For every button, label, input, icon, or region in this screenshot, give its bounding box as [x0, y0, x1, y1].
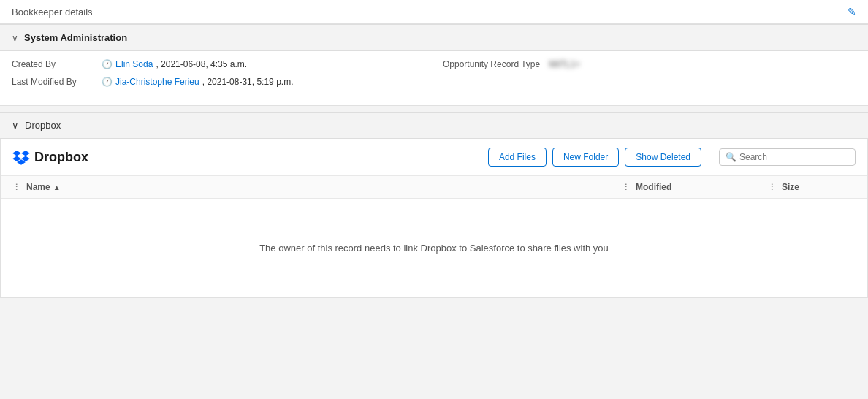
created-by-user-link[interactable]: Elin Soda: [115, 59, 153, 69]
chevron-down-icon: ∨: [12, 33, 18, 43]
system-administration-title: System Administration: [24, 32, 127, 43]
new-folder-button[interactable]: New Folder: [552, 148, 619, 167]
show-deleted-button[interactable]: Show Deleted: [625, 148, 701, 167]
dropbox-logo-text: Dropbox: [34, 150, 88, 165]
last-modified-value: 🕐 Jia-Christophe Ferieu , 2021-08-31, 5:…: [101, 76, 293, 88]
dropbox-logo-icon: [12, 148, 30, 166]
search-input[interactable]: [739, 152, 849, 162]
col-header-size[interactable]: ⋮ Size: [768, 182, 856, 192]
last-modified-date: , 2021-08-31, 5:19 p.m.: [202, 77, 294, 87]
search-box[interactable]: 🔍: [719, 148, 856, 166]
dropbox-logo: Dropbox: [12, 148, 88, 166]
last-modified-user-link[interactable]: Jia-Christophe Ferieu: [115, 77, 199, 87]
clock-icon-modified: 🕐: [101, 76, 113, 88]
col-header-name[interactable]: ⋮ Name ▲: [12, 182, 622, 192]
col-menu-icon-size: ⋮: [768, 183, 776, 192]
toolbar-buttons: Add Files New Folder Show Deleted: [488, 148, 701, 167]
sort-ascending-icon: ▲: [53, 183, 61, 191]
col-menu-icon-modified: ⋮: [622, 183, 630, 192]
dropbox-empty-message: The owner of this record needs to link D…: [259, 243, 609, 254]
last-modified-row: Last Modified By 🕐 Jia-Christophe Ferieu…: [12, 76, 856, 88]
dropbox-section-header[interactable]: ∨ Dropbox: [0, 112, 868, 139]
col-size-label: Size: [782, 182, 799, 192]
system-administration-section-header[interactable]: ∨ System Administration: [0, 24, 868, 51]
last-modified-label: Last Modified By: [12, 77, 92, 87]
last-modified-cell: Last Modified By 🕐 Jia-Christophe Ferieu…: [12, 76, 425, 88]
col-modified-label: Modified: [636, 182, 671, 192]
created-by-label: Created By: [12, 59, 92, 69]
system-administration-body: Created By 🕐 Elin Soda , 2021-06-08, 4:3…: [0, 51, 868, 106]
edit-icon[interactable]: ✎: [848, 6, 856, 18]
dropbox-section-title: Dropbox: [25, 120, 61, 131]
created-by-date: , 2021-06-08, 4:35 a.m.: [156, 59, 247, 69]
bookkeeper-section: Bookkeeper details ✎: [0, 0, 868, 24]
opp-record-type-value: MiiTL1+: [549, 59, 580, 69]
dropbox-toolbar: Dropbox Add Files New Folder Show Delete…: [1, 139, 867, 176]
dropbox-empty-state: The owner of this record needs to link D…: [1, 199, 867, 297]
opp-record-type-cell: Opportunity Record Type MiiTL1+: [443, 59, 856, 69]
created-by-value: 🕐 Elin Soda , 2021-06-08, 4:35 a.m.: [101, 58, 247, 70]
col-header-modified[interactable]: ⋮ Modified: [622, 182, 768, 192]
created-by-cell: Created By 🕐 Elin Soda , 2021-06-08, 4:3…: [12, 58, 425, 70]
col-menu-icon-name: ⋮: [12, 183, 20, 192]
dropbox-chevron-icon: ∨: [12, 120, 19, 131]
add-files-button[interactable]: Add Files: [488, 148, 547, 167]
dropbox-panel: Dropbox Add Files New Folder Show Delete…: [0, 139, 868, 298]
dropbox-table-header: ⋮ Name ▲ ⋮ Modified ⋮ Size: [1, 176, 867, 199]
created-by-row: Created By 🕐 Elin Soda , 2021-06-08, 4:3…: [12, 58, 856, 70]
clock-icon-created: 🕐: [101, 58, 113, 70]
bookkeeper-label: Bookkeeper details: [12, 7, 93, 18]
opp-record-type-label: Opportunity Record Type: [443, 59, 540, 69]
col-name-label: Name: [26, 182, 50, 192]
search-icon: 🔍: [726, 152, 736, 162]
